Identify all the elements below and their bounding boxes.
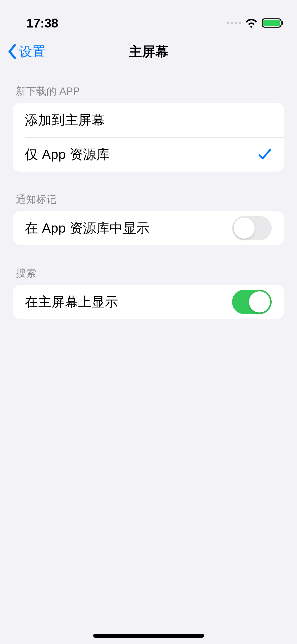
section-new-downloads: 新下载的 APP 添加到主屏幕 仅 App 资源库 bbox=[0, 85, 297, 172]
page-title: 主屏幕 bbox=[129, 43, 168, 61]
checkmark-icon bbox=[258, 148, 272, 161]
option-label: 仅 App 资源库 bbox=[25, 146, 110, 163]
option-app-library-only[interactable]: 仅 App 资源库 bbox=[13, 137, 284, 172]
option-add-to-home[interactable]: 添加到主屏幕 bbox=[13, 103, 284, 137]
list-search: 在主屏幕上显示 bbox=[13, 285, 284, 319]
section-badges: 通知标记 在 App 资源库中显示 bbox=[0, 193, 297, 245]
row-show-on-home: 在主屏幕上显示 bbox=[13, 285, 284, 319]
status-indicators bbox=[227, 18, 284, 28]
switch-knob bbox=[234, 218, 255, 239]
back-label: 设置 bbox=[19, 43, 45, 61]
row-show-in-library: 在 App 资源库中显示 bbox=[13, 211, 284, 245]
list-badges: 在 App 资源库中显示 bbox=[13, 211, 284, 245]
list-new-downloads: 添加到主屏幕 仅 App 资源库 bbox=[13, 103, 284, 172]
signal-dots-icon bbox=[227, 22, 241, 24]
nav-bar: 设置 主屏幕 bbox=[0, 34, 297, 69]
toggle-show-on-home[interactable] bbox=[232, 290, 272, 314]
toggle-show-in-library[interactable] bbox=[232, 216, 272, 240]
back-button[interactable]: 设置 bbox=[7, 43, 45, 61]
section-header-search: 搜索 bbox=[0, 266, 297, 285]
svg-rect-1 bbox=[263, 20, 280, 26]
switch-knob bbox=[249, 291, 270, 312]
chevron-left-icon bbox=[7, 44, 17, 59]
status-time: 17:38 bbox=[26, 16, 58, 30]
section-search: 搜索 在主屏幕上显示 bbox=[0, 266, 297, 319]
section-header-badges: 通知标记 bbox=[0, 193, 297, 211]
status-bar: 17:38 bbox=[0, 0, 297, 34]
row-label: 在主屏幕上显示 bbox=[25, 293, 118, 311]
svg-rect-2 bbox=[282, 21, 283, 25]
content: 新下载的 APP 添加到主屏幕 仅 App 资源库 通知标记 在 App 资源库… bbox=[0, 69, 297, 319]
option-label: 添加到主屏幕 bbox=[25, 111, 105, 129]
home-indicator[interactable] bbox=[93, 634, 204, 638]
row-label: 在 App 资源库中显示 bbox=[25, 219, 150, 237]
battery-icon bbox=[262, 18, 284, 28]
wifi-icon bbox=[245, 18, 258, 28]
section-header-new-downloads: 新下载的 APP bbox=[0, 85, 297, 103]
